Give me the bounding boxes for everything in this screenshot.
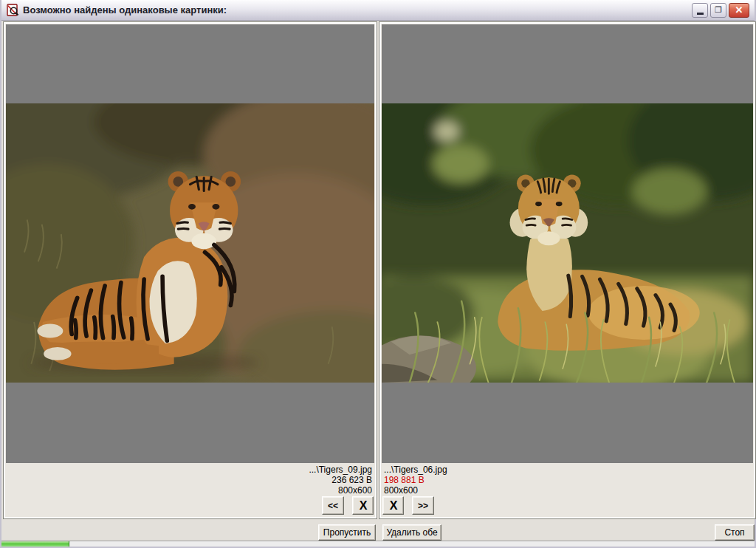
right-file-info: ...\Tigers_06.jpg 198 881 B 800x600: [382, 463, 753, 496]
app-icon: [6, 4, 19, 17]
stop-button[interactable]: Стоп: [715, 524, 755, 541]
skip-button[interactable]: Пропустить: [318, 524, 376, 541]
left-image-panel: ...\Tigers_09.jpg 236 623 B 800x600 << X: [3, 21, 377, 519]
tiger-photo-right: [382, 103, 753, 383]
window-title: Возможно найдены одинаковые картинки:: [23, 4, 227, 16]
left-dimensions: 800x600: [8, 485, 372, 496]
window-controls: ❐ ✕: [692, 3, 752, 18]
close-icon: ✕: [735, 5, 743, 15]
tiger-photo-left: [6, 103, 374, 383]
right-image-viewport: [382, 24, 753, 463]
title-bar: Возможно найдены одинаковые картинки: ❐ …: [1, 0, 755, 21]
delete-both-button[interactable]: Удалить обе: [382, 524, 441, 541]
prev-pair-button[interactable]: <<: [322, 496, 344, 515]
minimize-icon: [697, 13, 704, 15]
next-pair-button[interactable]: >>: [412, 496, 434, 515]
left-file-info: ...\Tigers_09.jpg 236 623 B 800x600: [6, 463, 374, 496]
minimize-button[interactable]: [692, 3, 708, 18]
window-frame: Возможно найдены одинаковые картинки: ❐ …: [0, 0, 756, 548]
progress-bar: [1, 541, 755, 547]
delete-right-button[interactable]: X: [382, 496, 404, 515]
delete-left-button[interactable]: X: [352, 496, 374, 515]
close-button[interactable]: ✕: [729, 3, 749, 18]
progress-fill: [1, 541, 69, 547]
right-dimensions: 800x600: [384, 485, 751, 496]
left-filesize: 236 623 B: [8, 475, 372, 485]
right-filesize: 198 881 B: [384, 475, 751, 485]
restore-button[interactable]: ❐: [710, 3, 726, 18]
right-nav-row: X >>: [382, 496, 753, 516]
right-filename: ...\Tigers_06.jpg: [384, 465, 751, 475]
left-filename: ...\Tigers_09.jpg: [8, 465, 372, 475]
left-image-viewport: [6, 24, 374, 463]
right-image-panel: ...\Tigers_06.jpg 198 881 B 800x600 X >>: [379, 21, 756, 519]
restore-icon: ❐: [715, 6, 722, 14]
left-nav-row: << X: [6, 496, 374, 516]
